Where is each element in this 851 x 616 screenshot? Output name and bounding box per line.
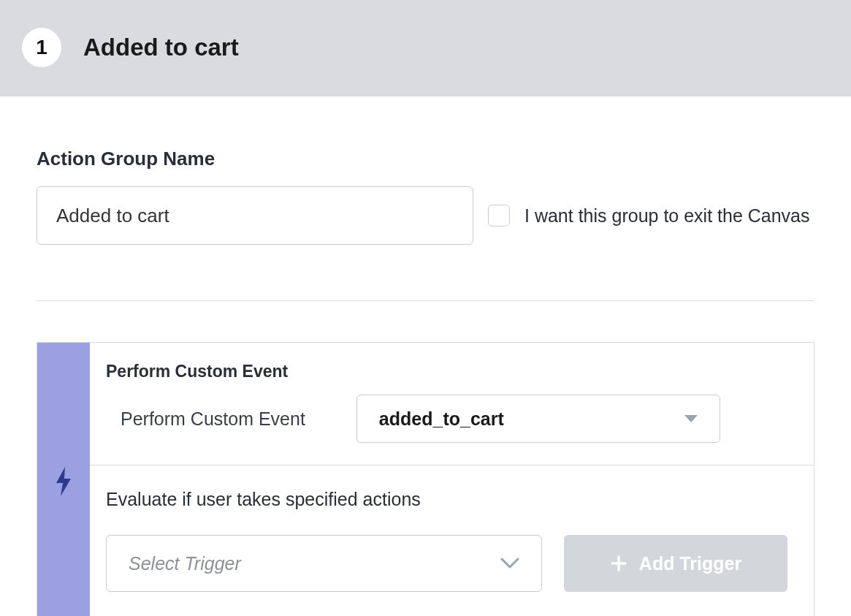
- trigger-section: Evaluate if user takes specified actions…: [90, 465, 814, 616]
- chevron-down-icon: [500, 558, 519, 569]
- trigger-placeholder: Select Trigger: [129, 553, 241, 574]
- exit-canvas-checkbox[interactable]: [488, 205, 510, 227]
- event-sidebar: [37, 343, 90, 616]
- trigger-row: Select Trigger Add Trigger: [106, 535, 798, 592]
- group-name-row: I want this group to exit the Canvas: [37, 186, 814, 245]
- step-number-badge: 1: [22, 28, 61, 67]
- group-name-input[interactable]: [37, 186, 473, 245]
- add-trigger-label: Add Trigger: [639, 553, 741, 574]
- content-area: Action Group Name I want this group to e…: [0, 96, 851, 616]
- custom-event-select[interactable]: added_to_cart: [356, 395, 720, 443]
- divider: [37, 300, 814, 301]
- trigger-select[interactable]: Select Trigger: [106, 535, 542, 592]
- step-number: 1: [36, 36, 47, 59]
- exit-canvas-option: I want this group to exit the Canvas: [488, 205, 810, 227]
- custom-event-title: Perform Custom Event: [106, 362, 798, 381]
- custom-event-section: Perform Custom Event Perform Custom Even…: [90, 343, 814, 465]
- caret-down-icon: [684, 415, 698, 422]
- step-header: 1 Added to cart: [0, 0, 851, 96]
- add-trigger-button[interactable]: Add Trigger: [564, 535, 787, 592]
- custom-event-row-label: Perform Custom Event: [121, 408, 305, 430]
- plus-icon: [610, 555, 627, 572]
- group-name-label: Action Group Name: [37, 148, 814, 170]
- bolt-icon: [54, 467, 73, 496]
- custom-event-value: added_to_cart: [379, 408, 504, 430]
- custom-event-row: Perform Custom Event added_to_cart: [106, 395, 798, 443]
- event-card: Perform Custom Event Perform Custom Even…: [37, 342, 814, 616]
- event-body: Perform Custom Event Perform Custom Even…: [90, 343, 814, 616]
- step-title: Added to cart: [83, 34, 239, 61]
- evaluate-label: Evaluate if user takes specified actions: [106, 489, 798, 510]
- exit-canvas-label: I want this group to exit the Canvas: [524, 205, 810, 227]
